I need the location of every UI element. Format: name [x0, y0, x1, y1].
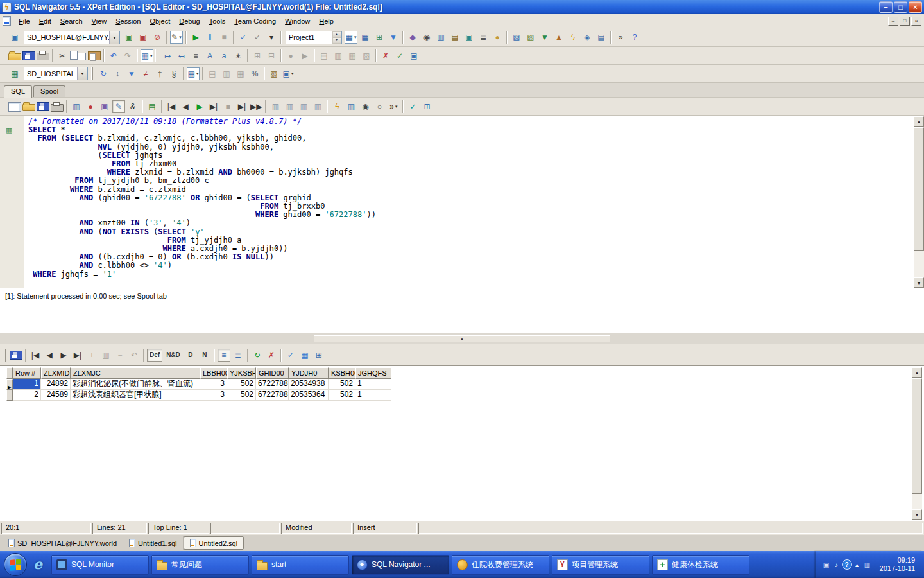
job-scheduler-icon[interactable]: ●: [491, 31, 504, 44]
code-line[interactable]: AND c.lbbh00 <> '4'): [28, 261, 914, 270]
execution-options-icon[interactable]: ⊞: [420, 100, 433, 113]
column-header[interactable]: ZLXMID: [41, 367, 71, 379]
column-select-icon[interactable]: ▥: [345, 100, 357, 113]
explain-plan-icon[interactable]: ▤: [146, 100, 158, 113]
taskbar-button[interactable]: 健康体检系统: [652, 555, 749, 575]
table-row[interactable]: 2 24589 彩超浅表组织器官[甲状腺] 3 502 6722788 2053…: [6, 390, 391, 401]
menu-item[interactable]: Team Coding: [230, 15, 280, 27]
macro-record-icon[interactable]: ●: [284, 49, 297, 62]
scroll-thumb[interactable]: [912, 378, 922, 494]
open-session-icon[interactable]: ▣: [123, 31, 135, 44]
synonyms-icon[interactable]: §: [167, 67, 180, 80]
menu-item[interactable]: Object: [145, 15, 175, 27]
ime-indicator-icon[interactable]: ▣: [821, 559, 832, 570]
chevron-down-icon[interactable]: ▼: [77, 67, 87, 80]
grid-cell[interactable]: 24892: [41, 379, 71, 390]
insert-record-icon[interactable]: +: [85, 349, 98, 362]
find-objects-icon[interactable]: ◉: [420, 31, 433, 44]
save-file-icon[interactable]: [37, 102, 49, 111]
splitter-handle[interactable]: [314, 335, 610, 342]
grid-scrollbar[interactable]: [912, 367, 922, 520]
object-browser-icon[interactable]: ▤: [449, 31, 461, 44]
delete-record-icon[interactable]: −: [114, 349, 126, 362]
editor-options-icon[interactable]: ▣: [407, 49, 420, 62]
format-code-icon[interactable]: ≡: [189, 49, 202, 62]
next-record-icon[interactable]: ▶: [57, 349, 70, 362]
more-chevron-dropdown[interactable]: »: [387, 100, 400, 113]
open-file-icon[interactable]: [8, 53, 21, 60]
scroll-up-button[interactable]: [914, 116, 924, 127]
close-session-icon[interactable]: ▣: [137, 31, 150, 44]
scroll-down-button[interactable]: [914, 277, 924, 288]
record-view-toggle[interactable]: ≣: [232, 349, 244, 362]
file-tab[interactable]: SD_HOSPITAL@FJLNYY.world: [3, 536, 123, 550]
syntax-check-icon[interactable]: ✓: [406, 100, 419, 113]
print-file-icon[interactable]: [51, 104, 64, 112]
internet-explorer-icon[interactable]: e: [33, 556, 42, 572]
taskbar-button[interactable]: 项目管理系统: [552, 555, 649, 575]
benchmark-icon[interactable]: ▨: [524, 31, 537, 44]
sort-columns-icon[interactable]: ↕: [111, 67, 124, 80]
editor-scrollbar[interactable]: [914, 116, 924, 288]
describe-dropdown[interactable]: ▦: [187, 67, 200, 80]
mdi-restore-button[interactable]: □: [900, 17, 910, 26]
export-icon[interactable]: ▲: [552, 31, 565, 44]
doc-generator-icon[interactable]: ▤: [595, 31, 608, 44]
number-format-button[interactable]: N: [198, 349, 211, 362]
toolbar-grip[interactable]: [91, 67, 93, 80]
substitution-variable-icon[interactable]: &: [126, 100, 139, 113]
post-changes-icon[interactable]: ✓: [284, 349, 297, 362]
grid-cell[interactable]: 502: [227, 390, 256, 401]
network-icon[interactable]: ▥: [862, 559, 873, 570]
file-tab[interactable]: Untitled2.sql: [184, 536, 244, 550]
filter-schema-icon[interactable]: ▼: [125, 67, 138, 80]
append-results-icon[interactable]: ▥: [297, 100, 310, 113]
column-header[interactable]: JGHQFS: [355, 367, 391, 379]
scroll-track[interactable]: [914, 127, 924, 277]
taskbar-button[interactable]: SQL Monitor: [51, 555, 149, 575]
schema-selector[interactable]: SD_HOSPITAL ▼: [24, 67, 88, 80]
first-record-icon[interactable]: |◀: [29, 349, 42, 362]
taskbar-clock[interactable]: 09:19 2017-10-11: [880, 556, 918, 573]
grid-cell[interactable]: 1: [13, 379, 41, 390]
sessions-window-icon[interactable]: ▣: [8, 31, 21, 44]
syntax-test-icon[interactable]: ✓: [237, 31, 250, 44]
column-header[interactable]: YJKSBH: [227, 367, 256, 379]
print-icon[interactable]: [37, 53, 49, 60]
menu-item[interactable]: File: [14, 15, 35, 27]
open-file-icon[interactable]: [22, 104, 35, 111]
grid-view-two-icon[interactable]: ▥: [220, 67, 233, 80]
minimize-button[interactable]: –: [879, 1, 893, 13]
cancel-edit-icon[interactable]: ✗: [379, 49, 392, 62]
confirm-edit-icon[interactable]: ✓: [393, 49, 406, 62]
project-objects-dropdown[interactable]: ▦: [345, 31, 357, 44]
fetch-settings-icon[interactable]: ▦: [298, 349, 311, 362]
privileges-icon[interactable]: †: [153, 67, 166, 80]
file-tab[interactable]: Untitled1.sql: [123, 536, 184, 550]
grid-cell[interactable]: 彩超浅表组织器官[甲状腺]: [71, 390, 200, 401]
toolbar-grip[interactable]: [4, 349, 6, 362]
grid-cell[interactable]: 20535364: [289, 390, 329, 401]
number-date-format-button[interactable]: N&D: [164, 349, 183, 362]
describe-object-icon[interactable]: ▥: [434, 31, 447, 44]
grid-view-one-icon[interactable]: ▤: [206, 67, 219, 80]
find-icon[interactable]: ◉: [359, 100, 372, 113]
more-buttons-chevron[interactable]: »: [614, 31, 627, 44]
menu-item[interactable]: View: [87, 15, 112, 27]
project-selector[interactable]: Project1: [286, 31, 342, 44]
mdi-minimize-button[interactable]: –: [888, 17, 898, 26]
editor-split-divider[interactable]: [438, 116, 438, 288]
code-road-map-icon[interactable]: ◈: [581, 31, 594, 44]
new-file-icon[interactable]: [8, 102, 21, 112]
column-header[interactable]: [6, 367, 13, 379]
copy-results-icon[interactable]: ▥: [269, 100, 282, 113]
mdi-close-button[interactable]: ×: [911, 17, 921, 26]
show-hidden-icons[interactable]: ▴: [852, 559, 862, 570]
undo-icon[interactable]: ↶: [107, 49, 120, 62]
taskbar-button[interactable]: 住院收费管理系统: [452, 555, 549, 575]
toolbar-grip[interactable]: [3, 49, 4, 62]
column-header[interactable]: KSBH00: [329, 367, 355, 379]
paste-icon[interactable]: [88, 51, 101, 60]
save-icon[interactable]: [22, 51, 35, 60]
percent-icon[interactable]: %: [248, 67, 261, 80]
